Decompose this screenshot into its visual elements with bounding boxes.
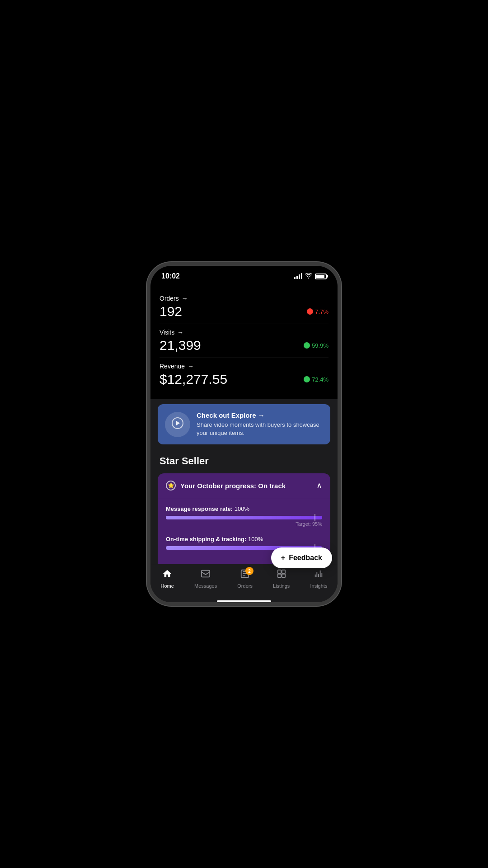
orders-icon: 2 — [240, 569, 250, 581]
scroll-content[interactable]: Orders → 192 ▼ 7.7% Visits — [150, 283, 338, 564]
orders-change-icon: ▼ — [307, 308, 313, 315]
status-time: 10:02 — [161, 272, 180, 280]
orders-change: ▼ 7.7% — [307, 308, 328, 315]
nav-item-orders[interactable]: 2 Orders — [237, 569, 253, 589]
progress-label-message-rate: Message response rate: 100% — [166, 505, 322, 512]
svg-rect-1 — [202, 571, 210, 577]
revenue-change: ▲ 72.4% — [304, 376, 328, 383]
stat-visits-label: Visits → — [160, 329, 328, 336]
svg-rect-6 — [282, 574, 285, 577]
target-label-message-rate: Target: 95% — [166, 521, 322, 527]
battery-icon — [315, 274, 327, 279]
progress-header[interactable]: ⭐ Your October progress: On track ∧ — [158, 473, 330, 498]
volume-mute-button[interactable] — [147, 311, 148, 327]
feedback-button[interactable]: + Feedback — [271, 547, 332, 568]
visits-value: 21,399 — [160, 338, 201, 353]
nav-label-listings: Listings — [273, 583, 290, 589]
chevron-up-icon[interactable]: ∧ — [316, 481, 322, 491]
volume-down-button[interactable] — [147, 364, 148, 392]
explore-desc: Share video moments with buyers to showc… — [197, 421, 323, 437]
stat-visits[interactable]: Visits → 21,399 ▲ 59.9% — [160, 324, 328, 358]
dynamic-island — [226, 270, 262, 281]
svg-rect-3 — [277, 570, 281, 573]
star-seller-title: Star Seller — [150, 452, 338, 473]
star-seller-icon: ⭐ — [166, 481, 176, 491]
wifi-icon — [305, 273, 312, 280]
nav-label-home: Home — [161, 583, 174, 589]
listings-icon — [277, 569, 286, 581]
feedback-plus-icon: + — [281, 554, 285, 562]
status-icons — [294, 273, 327, 280]
orders-value: 192 — [160, 304, 182, 319]
orders-badge: 2 — [245, 567, 253, 575]
nav-label-messages: Messages — [194, 583, 217, 589]
explore-title: Check out Explore → — [197, 411, 323, 419]
revenue-change-icon: ▲ — [304, 376, 310, 382]
progress-label-shipping: On-time shipping & tracking: 100% — [166, 536, 322, 542]
stat-orders[interactable]: Orders → 192 ▼ 7.7% — [160, 290, 328, 324]
stat-orders-label: Orders → — [160, 295, 328, 302]
phone-screen: 10:02 — [150, 266, 338, 602]
explore-icon — [171, 416, 184, 433]
svg-rect-4 — [282, 570, 285, 573]
orders-arrow-icon: → — [182, 295, 188, 302]
stat-revenue[interactable]: Revenue → $12,277.55 ▲ 72.4% — [160, 358, 328, 392]
nav-item-home[interactable]: Home — [161, 569, 174, 589]
insights-icon — [314, 569, 324, 581]
bottom-nav: Home Messages 2 — [150, 564, 338, 598]
revenue-value: $12,277.55 — [160, 372, 227, 387]
nav-label-orders: Orders — [237, 583, 253, 589]
home-icon — [162, 569, 172, 581]
visits-change-icon: ▲ — [304, 342, 310, 349]
progress-header-title: Your October progress: On track — [180, 482, 286, 490]
explore-banner[interactable]: Check out Explore → Share video moments … — [158, 404, 330, 444]
status-bar: 10:02 — [150, 266, 338, 283]
stats-section: Orders → 192 ▼ 7.7% Visits — [150, 283, 338, 399]
nav-item-messages[interactable]: Messages — [194, 569, 217, 589]
progress-bar-message-rate — [166, 516, 322, 519]
target-marker-message-rate — [314, 514, 315, 521]
power-button[interactable] — [340, 338, 341, 374]
feedback-label: Feedback — [289, 554, 322, 562]
nav-item-listings[interactable]: Listings — [273, 569, 290, 589]
explore-icon-wrap — [165, 412, 190, 437]
progress-item-message-rate: Message response rate: 100% Target: 95% — [166, 505, 322, 527]
nav-item-insights[interactable]: Insights — [310, 569, 327, 589]
svg-rect-5 — [277, 574, 281, 577]
messages-icon — [201, 569, 211, 581]
visits-change: ▲ 59.9% — [304, 342, 328, 349]
volume-up-button[interactable] — [147, 333, 148, 360]
revenue-arrow-icon: → — [188, 363, 194, 370]
phone-frame: 10:02 — [147, 262, 341, 606]
home-indicator — [217, 600, 271, 602]
stat-revenue-label: Revenue → — [160, 363, 328, 370]
visits-arrow-icon: → — [177, 329, 183, 336]
progress-fill-message-rate — [166, 516, 322, 519]
nav-label-insights: Insights — [310, 583, 327, 589]
signal-icon — [294, 274, 302, 279]
